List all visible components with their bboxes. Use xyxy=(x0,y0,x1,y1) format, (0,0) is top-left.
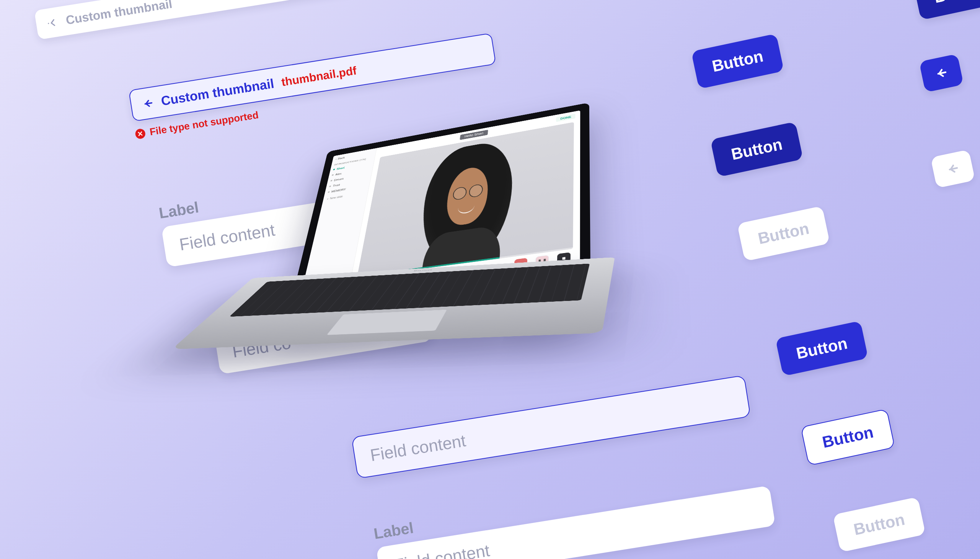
button-label: Button xyxy=(852,510,906,539)
custom-thumbnail-chip-ghost[interactable]: Custom thumbnail xyxy=(34,0,363,40)
button-primary[interactable]: Button xyxy=(775,321,868,376)
toolbar-right: ● Record ❚❚ Pause ■ Stop xyxy=(511,252,573,275)
chevron-left-icon: ‹ xyxy=(335,158,337,161)
status-dot-icon xyxy=(332,174,334,176)
status-dot-icon xyxy=(333,169,335,170)
button-back-primary[interactable] xyxy=(919,54,964,92)
arrow-left-icon xyxy=(934,66,949,81)
arrow-left-icon xyxy=(141,97,154,110)
button-ghost[interactable]: Button xyxy=(833,496,926,552)
button-label: Button xyxy=(729,135,784,164)
button-back-ghost[interactable] xyxy=(931,149,975,188)
slide-name: Sheri xyxy=(337,166,345,170)
arrow-left-icon xyxy=(46,16,59,29)
button-primary[interactable]: Button xyxy=(691,33,784,89)
text-input-focused[interactable]: Field content xyxy=(351,375,751,479)
button-ghost[interactable]: Button xyxy=(737,206,830,261)
chip-label: Custom thumbnail xyxy=(65,0,173,28)
tool-stop[interactable]: ■ Stop xyxy=(554,252,573,269)
slide-item[interactable]: Sheri xyxy=(333,161,371,172)
done-badge[interactable]: DONE xyxy=(556,114,575,122)
pause-icon: ❚❚ xyxy=(535,255,549,267)
back-link[interactable]: ‹ Back xyxy=(335,151,373,160)
button-label: Button xyxy=(820,423,875,452)
slide-name: Alex xyxy=(335,172,342,176)
video-progress[interactable] xyxy=(357,247,573,277)
tool-record[interactable]: ● Record xyxy=(511,258,530,275)
chip-filename: thumbnail.pdf xyxy=(280,64,357,89)
tool-label: Stop xyxy=(560,265,567,269)
button-label: Button xyxy=(794,334,849,362)
button-primary-dark[interactable]: Button xyxy=(913,0,980,20)
greeting-text: Hello Sheri xyxy=(464,132,483,139)
button-primary-dark[interactable]: Button xyxy=(710,121,803,177)
chip-label: Custom thumbnail xyxy=(160,76,275,108)
error-icon: ✕ xyxy=(135,128,146,139)
stop-icon: ■ xyxy=(557,252,571,265)
laptop-brand: MacBook xyxy=(414,269,433,271)
button-label: Button xyxy=(756,219,810,248)
record-icon: ● xyxy=(514,258,527,270)
tool-label: Pause xyxy=(537,267,547,271)
done-label: DONE xyxy=(560,115,571,120)
tool-pause[interactable]: ❚❚ Pause xyxy=(533,255,551,272)
back-label: Back xyxy=(338,156,345,160)
arrow-left-icon xyxy=(945,161,960,177)
button-outline[interactable]: Button xyxy=(800,408,895,466)
button-label: Button xyxy=(710,47,765,75)
slide-section-title: INTRODUCTIONS (7/9) xyxy=(334,157,372,166)
greeting-pill: Hello Sheri xyxy=(460,130,488,140)
button-label: Button xyxy=(932,0,980,7)
tool-label: Record xyxy=(515,270,526,274)
